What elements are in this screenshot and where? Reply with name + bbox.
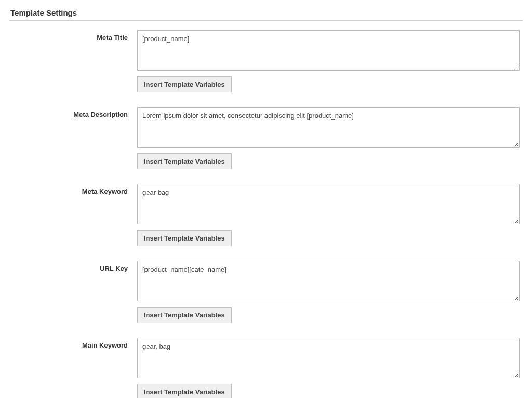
meta-keyword-insert-button[interactable]: Insert Template Variables (137, 230, 232, 246)
meta-title-label: Meta Title (9, 30, 137, 42)
section-divider (9, 20, 523, 21)
field-url-key: URL Key Insert Template Variables (9, 261, 523, 323)
field-main-keyword: Main Keyword Insert Template Variables (9, 338, 523, 398)
main-keyword-textarea[interactable] (137, 338, 520, 378)
meta-description-control: Insert Template Variables (137, 107, 520, 169)
meta-keyword-label: Meta Keyword (9, 184, 137, 195)
meta-description-label: Meta Description (9, 107, 137, 118)
url-key-textarea[interactable] (137, 261, 520, 301)
field-meta-description: Meta Description Insert Template Variabl… (9, 107, 523, 169)
meta-description-textarea[interactable] (137, 107, 520, 148)
main-keyword-control: Insert Template Variables (137, 338, 520, 398)
url-key-label: URL Key (9, 261, 137, 272)
meta-description-insert-button[interactable]: Insert Template Variables (137, 153, 232, 169)
meta-keyword-textarea[interactable] (137, 184, 520, 224)
main-keyword-label: Main Keyword (9, 338, 137, 349)
section-title: Template Settings (10, 8, 523, 17)
meta-title-textarea[interactable] (137, 30, 520, 71)
meta-title-control: Insert Template Variables (137, 30, 520, 92)
url-key-control: Insert Template Variables (137, 261, 520, 323)
field-meta-keyword: Meta Keyword Insert Template Variables (9, 184, 523, 246)
meta-keyword-control: Insert Template Variables (137, 184, 520, 246)
template-settings-page: Template Settings Meta Title Insert Temp… (0, 0, 532, 398)
url-key-insert-button[interactable]: Insert Template Variables (137, 307, 232, 323)
field-meta-title: Meta Title Insert Template Variables (9, 30, 523, 92)
main-keyword-insert-button[interactable]: Insert Template Variables (137, 384, 232, 398)
meta-title-insert-button[interactable]: Insert Template Variables (137, 76, 232, 92)
